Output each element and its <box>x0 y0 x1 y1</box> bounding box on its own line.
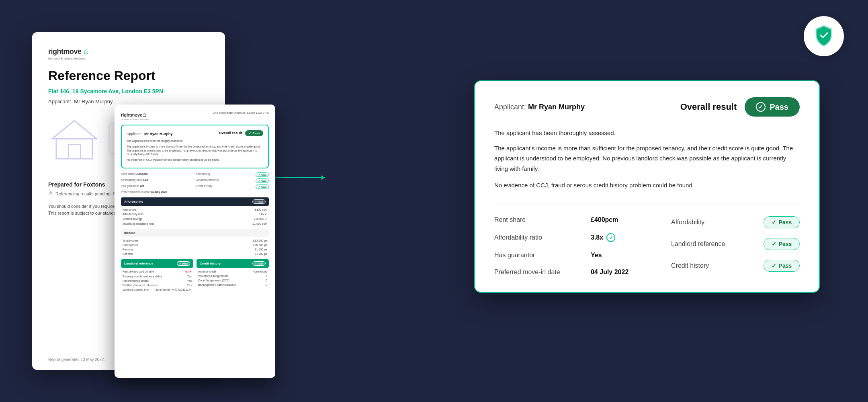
mid-lower-sections: Landlord reference ✓ Pass Rent always pa… <box>121 259 269 295</box>
right-item-landlord: Landlord reference ✓ Pass <box>671 238 800 250</box>
credit-section-header: Credit history ✓ Pass <box>197 259 269 268</box>
rent-share-label: Rent share <box>494 216 583 224</box>
main-desc-p1: The applicant has been thoroughly assess… <box>494 128 800 138</box>
mid-row-total-income: Total income£33,500 pa <box>121 238 269 243</box>
mid-detail-rent: Rent share £400pcm <box>121 172 194 177</box>
house-illustration-icon <box>48 117 100 161</box>
mid-applicant-info: Applicant: Mr Ryan Murphy <box>127 129 173 137</box>
landlord-section-header: Landlord reference ✓ Pass <box>121 259 193 268</box>
landlord-ref-label-right: Landlord reference <box>196 178 219 183</box>
doc-applicant-name: Mr Ryan Murphy <box>74 98 113 105</box>
main-applicant-prefix: Applicant: <box>494 103 526 111</box>
credit-right-label: Credit history <box>671 262 709 269</box>
mid-income-section: Income Total income£33,500 pa Employment… <box>121 229 269 256</box>
mid-row-rent-paid: Rent always paid on timeNo ✗ <box>121 269 193 274</box>
mid-row-maxrent: Maximum affordable rent£1,600 pcm <box>121 222 269 226</box>
mid-applicant-row: Applicant: Mr Ryan Murphy Overall result… <box>127 129 263 137</box>
mid-row-ratio: Affordability ratio3.8x ✓ <box>121 212 269 217</box>
affordability-right-label: Affordability <box>671 219 704 226</box>
affordability-pass-right: ✓ Pass <box>256 172 269 177</box>
mid-landlord-section: Landlord reference ✓ Pass Rent always pa… <box>121 259 193 292</box>
right-item-affordability: Affordability ✓ Pass <box>671 216 800 228</box>
mid-detail-credit-right: Credit history ✓ Pass <box>196 185 269 189</box>
mid-document: rightmove⌂ landlord & tenant services 24… <box>115 105 275 378</box>
main-result-right: Overall result ✓ Pass <box>680 97 800 117</box>
move-in-value: 04 July 2022 <box>591 269 628 276</box>
mid-logo-sub: landlord & tenant services <box>121 118 149 121</box>
mid-row-pension: Pension£1,500 pa <box>121 247 269 252</box>
credit-check-icon: ✓ <box>772 263 776 269</box>
mid-detail-right: Affordability ✓ Pass <box>196 172 269 177</box>
doc-logo: rightmove ⌂ landlord & tenant services <box>48 47 209 60</box>
mid-logo: rightmove⌂ landlord & tenant services <box>121 111 149 121</box>
doc-footer: Report generated 13 May 2022. <box>48 357 105 362</box>
mid-row-recommends: Recommends tenantYes <box>121 279 193 283</box>
mid-detail-landlord-right: Landlord reference ✓ Pass <box>196 178 269 183</box>
mid-detail-movein: Preferred move-in date 04 July 2022 <box>121 191 269 193</box>
mid-pass-badge: ✓ Pass <box>245 130 263 136</box>
svg-rect-1 <box>56 139 92 159</box>
mid-row-employment: Employment£30,000 pa <box>121 243 269 247</box>
clock-icon: ⏱ <box>48 191 53 197</box>
main-details-grid: Rent share £400pcm Affordability ratio 3… <box>494 216 800 276</box>
right-item-credit: Credit history ✓ Pass <box>671 260 800 272</box>
landlord-right-label: Landlord reference <box>671 240 725 248</box>
credit-right-badge: ✓ Pass <box>764 260 800 272</box>
credit-hist-label-right: Credit history <box>196 185 212 189</box>
landlord-section-pass: ✓ Pass <box>177 261 190 266</box>
affordability-ratio-label: Affordability ratio <box>494 234 583 241</box>
doc-title: Reference Report <box>48 68 209 83</box>
mid-detail-guarantor: Has guarantor Yes <box>121 185 194 189</box>
mid-result-card: Applicant: Mr Ryan Murphy Overall result… <box>121 125 269 168</box>
mid-details-grid: Rent share £400pcm Affordability ✓ Pass … <box>121 172 269 193</box>
main-pass-badge: ✓ Pass <box>745 97 800 117</box>
mid-row-maintained: Property maintained acceptablyYes <box>121 274 193 279</box>
main-applicant-info: Applicant: Mr Ryan Murphy <box>494 103 585 111</box>
main-divider <box>494 203 800 203</box>
mid-detail-ratio: Affordability ratio 3.8x <box>121 178 194 183</box>
mid-doc-header: rightmove⌂ landlord & tenant services 24… <box>121 111 269 121</box>
mid-row-adverse: Adverse creditNone found <box>197 269 269 274</box>
main-result-label: Overall result <box>680 102 737 112</box>
main-pass-label: Pass <box>770 103 788 112</box>
credit-section-pass: ✓ Pass <box>252 261 266 266</box>
rent-share-value: £400pcm <box>591 216 618 224</box>
main-right-details: Affordability ✓ Pass Landlord reference … <box>647 216 800 276</box>
affordability-check-icon: ✓ <box>772 219 776 226</box>
affordability-label-right: Affordability <box>196 172 210 177</box>
mid-text1: The applicant has been thoroughly assess… <box>127 139 263 143</box>
main-no-evidence: No evidence of CCJ, fraud or serous cred… <box>494 182 800 189</box>
mid-row-contact: Landlord contact infoJane Smith, +447722… <box>121 287 193 292</box>
affordability-ratio-value: 3.8x ✓ <box>591 233 615 242</box>
logo-text: rightmove <box>48 47 82 55</box>
main-applicant-name: Mr Ryan Murphy <box>528 103 585 111</box>
main-left-details: Rent share £400pcm Affordability ratio 3… <box>494 216 647 276</box>
affordability-section-header: Affordability ✓ Pass <box>121 197 269 206</box>
has-guarantor-value: Yes <box>591 252 602 259</box>
move-in-label: Preferred move-in date <box>494 269 583 276</box>
main-description: The applicant has been thoroughly assess… <box>494 128 800 174</box>
mid-doc-address: 246 Rochester Avenue, Luton LU2 7PS <box>213 111 269 115</box>
mid-row-bankruptcy: Bankruptcies / Administrations0 <box>197 283 269 287</box>
mid-row-benefits: Benefits£1,000 pa <box>121 252 269 256</box>
main-result-card: Applicant: Mr Ryan Murphy Overall result… <box>474 80 820 293</box>
credit-hist-pass-right: ✓ Pass <box>256 185 269 189</box>
main-check-circle-icon: ✓ <box>756 102 766 112</box>
mid-row-character: Positive character referenceYes <box>121 283 193 287</box>
mid-result-right: Overall result ✓ Pass <box>219 130 263 136</box>
mid-row-ccj: Court Judgements (CCJ)0 <box>197 278 269 283</box>
detail-row-ratio: Affordability ratio 3.8x ✓ <box>494 233 647 242</box>
doc-applicant-label: Applicant: <box>48 98 71 105</box>
mid-credit-section: Credit history ✓ Pass Adverse creditNone… <box>197 259 269 292</box>
mid-text3: No evidence of CCJ, fraud or serous cred… <box>127 158 263 162</box>
landlord-check-icon: ✓ <box>772 241 776 247</box>
income-section-header: Income <box>121 229 269 237</box>
has-guarantor-label: Has guarantor <box>494 252 583 259</box>
svg-marker-0 <box>52 121 96 139</box>
shield-container <box>804 16 844 56</box>
doc-applicant: Applicant: Mr Ryan Murphy <box>48 98 209 105</box>
landlord-ref-pass-right: ✓ Pass <box>256 178 269 183</box>
mid-row-rent: Rent share£100 pcm <box>121 207 269 212</box>
mid-logo-text: rightmove <box>121 113 142 117</box>
detail-row-rent: Rent share £400pcm <box>494 216 647 224</box>
